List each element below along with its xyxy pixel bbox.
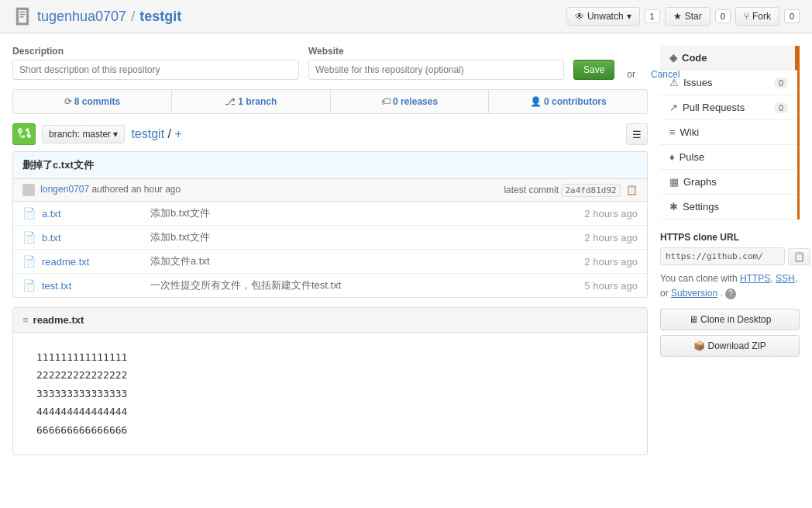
stats-bar: ⟳ 8 commits ⎇ 1 branch 🏷 0 releases 👤 0 … (12, 89, 648, 114)
commits-stat[interactable]: ⟳ 8 commits (13, 90, 172, 113)
table-row: 📄 b.txt 添加b.txt文件 2 hours ago (13, 226, 647, 250)
sidebar-icon: ♦ (669, 151, 675, 163)
list-view-button[interactable]: ☰ (626, 123, 648, 145)
new-file-link[interactable]: + (174, 127, 181, 140)
clone-url-input[interactable] (660, 247, 785, 265)
star-button[interactable]: ★ Star (665, 7, 710, 26)
fork-icon: ⑂ (744, 11, 749, 22)
readme-line: 444444444444444 (36, 403, 624, 420)
sidebar-item-graphs[interactable]: ▦ Graphs (660, 170, 797, 195)
readme-content: 1111111111111112222222222222223333333333… (13, 333, 647, 454)
file-time: 2 hours ago (584, 256, 638, 268)
file-icon: 📄 (22, 207, 36, 219)
sidebar-icon: ✱ (669, 201, 678, 213)
copy-url-button[interactable]: 📋 (788, 248, 810, 265)
commit-header: 删掉了c.txt文件 (13, 152, 647, 179)
sidebar-nav: ◈ Code⚠ Issues0↗ Pull Requests0≡ Wiki♦ P… (660, 46, 800, 219)
branches-link[interactable]: 1 branch (238, 96, 277, 107)
file-icon: 📄 (22, 279, 36, 292)
clone-section: HTTPS clone URL 📋 You can clone with HTT… (660, 232, 800, 357)
sidebar-item-code[interactable]: ◈ Code (660, 46, 797, 71)
readme-title: readme.txt (33, 314, 84, 326)
subversion-link[interactable]: Subversion (671, 288, 717, 299)
git-icon-button[interactable] (12, 123, 36, 145)
sidebar-label: Settings (683, 201, 719, 213)
sidebar-item-pulse[interactable]: ♦ Pulse (660, 145, 797, 170)
branch-select[interactable]: branch: master ▾ (42, 125, 125, 143)
table-row: 📄 a.txt 添加b.txt文件 2 hours ago (13, 202, 647, 226)
sidebar-item-issues[interactable]: ⚠ Issues0 (660, 71, 797, 95)
description-label: Description (12, 46, 299, 57)
unwatch-count: 1 (645, 9, 660, 23)
file-name: test.txt (42, 280, 150, 292)
sidebar: ◈ Code⚠ Issues0↗ Pull Requests0≡ Wiki♦ P… (660, 46, 800, 455)
repo-link[interactable]: testgit (139, 9, 181, 25)
unwatch-button[interactable]: 👁 Unwatch ▾ (566, 7, 640, 26)
sidebar-count: 0 (774, 78, 788, 88)
branch-bar: branch: master ▾ testgit / + ☰ (12, 123, 648, 145)
file-name: readme.txt (42, 256, 150, 268)
contributors-stat[interactable]: 👤 0 contributors (489, 90, 647, 113)
releases-link[interactable]: 0 releases (393, 96, 438, 107)
clone-desktop-button[interactable]: 🖥 Clone in Desktop (660, 309, 800, 330)
sidebar-label: Wiki (680, 126, 700, 138)
save-button[interactable]: Save (573, 60, 614, 80)
avatar (22, 184, 35, 196)
sidebar-label: Code (682, 52, 707, 64)
commits-link[interactable]: 8 commits (74, 96, 120, 107)
sidebar-icon: ↗ (669, 102, 678, 113)
branches-stat[interactable]: ⎇ 1 branch (172, 90, 331, 113)
file-link[interactable]: readme.txt (42, 256, 89, 268)
book-icon (12, 6, 33, 26)
website-label: Website (308, 46, 564, 57)
releases-icon: 🏷 (381, 96, 393, 107)
separator: / (131, 9, 135, 25)
description-input[interactable] (12, 60, 299, 80)
owner-link[interactable]: tugenhua0707 (37, 9, 126, 25)
https-link[interactable]: HTTPS (740, 273, 770, 284)
download-zip-button[interactable]: 📦 Download ZIP (660, 335, 800, 357)
file-time: 5 hours ago (584, 280, 638, 292)
file-commit-msg: 添加文件a.txt (150, 254, 584, 268)
readme-line: 222222222222222 (36, 366, 624, 384)
description-field: Description (12, 46, 299, 80)
sidebar-icon: ⚠ (669, 77, 679, 88)
copy-hash-icon[interactable]: 📋 (626, 185, 638, 195)
file-commit-msg: 一次性提交所有文件，包括新建文件test.txt (150, 278, 584, 292)
sidebar-item-pull-requests[interactable]: ↗ Pull Requests0 (660, 95, 797, 120)
help-icon[interactable]: ? (725, 289, 736, 299)
sidebar-item-wiki[interactable]: ≡ Wiki (660, 120, 797, 145)
website-field: Website (308, 46, 564, 80)
commit-author-info: longen0707 authored an hour ago (22, 184, 181, 196)
fork-count: 0 (784, 9, 800, 23)
file-commit-msg: 添加b.txt文件 (150, 206, 584, 220)
latest-commit-label: latest commit (504, 185, 559, 195)
list-icon-readme: ≡ (22, 314, 29, 326)
commit-message: 删掉了c.txt文件 (22, 159, 94, 171)
content-area: Description Website Save or Cancel ⟳ 8 c… (12, 46, 648, 455)
fork-button[interactable]: ⑂ Fork (735, 7, 779, 26)
readme-line: 333333333333333 (36, 385, 624, 403)
sidebar-icon: ≡ (669, 126, 676, 138)
dropdown-arrow: ▾ (113, 129, 118, 140)
eye-icon: 👁 (575, 11, 584, 22)
sidebar-item-settings[interactable]: ✱ Settings (660, 195, 797, 219)
file-name: a.txt (42, 208, 150, 219)
file-link[interactable]: a.txt (42, 208, 61, 219)
file-time: 2 hours ago (584, 208, 638, 219)
sidebar-label: Graphs (683, 176, 717, 188)
clone-url-row: 📋 (660, 247, 800, 265)
dropdown-icon: ▾ (627, 11, 631, 22)
repo-path-link[interactable]: testgit (131, 127, 164, 140)
ssh-link[interactable]: SSH (776, 273, 795, 284)
website-input[interactable] (308, 60, 564, 80)
file-link[interactable]: test.txt (42, 280, 71, 292)
sidebar-label: Issues (683, 77, 713, 88)
releases-stat[interactable]: 🏷 0 releases (331, 90, 490, 113)
sidebar-label: Pulse (680, 151, 705, 163)
readme-section: ≡ readme.txt 111111111111111222222222222… (12, 307, 648, 455)
author-link[interactable]: longen0707 (40, 184, 89, 195)
contributors-link[interactable]: 0 contributors (544, 96, 607, 107)
file-link[interactable]: b.txt (42, 232, 61, 244)
commit-hash-section: latest commit 2a4fd81d92 📋 (504, 185, 638, 195)
